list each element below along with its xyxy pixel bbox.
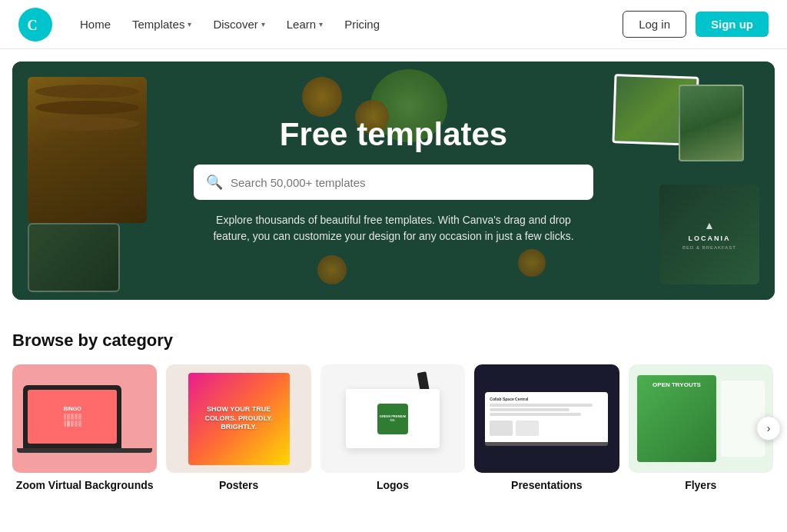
nav-pricing[interactable]: Pricing xyxy=(335,12,389,37)
logo-badge: GREEN PREMIUM CO. xyxy=(377,404,408,434)
navbar-actions: Log in Sign up xyxy=(623,11,769,38)
deco-pinecone-1 xyxy=(302,77,342,117)
category-card-presentations[interactable]: Collab Space Central xyxy=(474,364,619,491)
category-card-posters[interactable]: SHOW YOUR TRUE COLORS. PROUDLY. BRIGHTLY… xyxy=(166,364,310,491)
category-card-logos[interactable]: GREEN PREMIUM CO. Logos xyxy=(320,364,465,491)
category-grid: BINGO xyxy=(12,364,775,491)
nav-links: Home Templates ▾ Discover ▾ Learn ▾ Pric… xyxy=(71,12,623,37)
hero-title: Free templates xyxy=(280,117,507,152)
nav-learn[interactable]: Learn ▾ xyxy=(277,12,332,37)
nav-discover[interactable]: Discover ▾ xyxy=(204,12,274,37)
deco-cabin-card xyxy=(28,223,120,292)
hero-banner: ▲ LOCANIA BED & BREAKFAST ▲ LOCANIA BED … xyxy=(12,62,775,300)
category-card-flyers[interactable]: OPEN TRYOUTS Flyers xyxy=(629,364,773,491)
category-label-flyers: Flyers xyxy=(629,479,773,491)
category-thumb-presentations: Collab Space Central xyxy=(474,364,619,473)
category-label-posters: Posters xyxy=(166,479,310,491)
browse-title: Browse by category xyxy=(12,331,775,351)
signup-button[interactable]: Sign up xyxy=(696,12,769,37)
category-card-zoom[interactable]: BINGO xyxy=(12,364,157,491)
browse-section: Browse by category BINGO xyxy=(0,312,787,504)
category-thumb-logos: GREEN PREMIUM CO. xyxy=(320,364,465,473)
templates-chevron-icon: ▾ xyxy=(188,20,191,28)
search-icon: 🔍 xyxy=(206,174,223,191)
flyer-card: OPEN TRYOUTS xyxy=(637,375,717,462)
category-thumb-flyers: OPEN TRYOUTS xyxy=(629,364,773,473)
svg-text:C: C xyxy=(28,17,38,32)
nav-templates[interactable]: Templates ▾ xyxy=(123,12,201,37)
canva-logo[interactable]: C xyxy=(18,8,52,42)
category-label-logos: Logos xyxy=(320,479,465,491)
search-input[interactable] xyxy=(231,176,581,189)
category-thumb-zoom: BINGO xyxy=(12,364,157,473)
poster-card: SHOW YOUR TRUE COLORS. PROUDLY. BRIGHTLY… xyxy=(188,373,290,465)
category-row-wrapper: BINGO xyxy=(12,364,775,491)
hero-subtitle: Explore thousands of beautiful free temp… xyxy=(209,212,578,244)
navbar: C Home Templates ▾ Discover ▾ Learn ▾ Pr… xyxy=(0,0,787,49)
discover-chevron-icon: ▾ xyxy=(261,20,265,28)
deco-pinecone-3 xyxy=(317,255,347,284)
category-thumb-posters: SHOW YOUR TRUE COLORS. PROUDLY. BRIGHTLY… xyxy=(166,364,310,473)
category-label-presentations: Presentations xyxy=(474,479,619,491)
hero-content: Free templates 🔍 Explore thousands of be… xyxy=(163,117,624,244)
login-button[interactable]: Log in xyxy=(623,11,686,38)
browse-next-button[interactable]: › xyxy=(756,416,781,441)
deco-locania-right-card: ▲ LOCANIA BED & BREAKFAST xyxy=(659,185,759,284)
learn-chevron-icon: ▾ xyxy=(319,20,323,28)
pres-laptop: Collab Space Central xyxy=(485,392,608,446)
laptop-mockup-zoom: BINGO xyxy=(23,385,121,448)
search-bar: 🔍 xyxy=(194,165,593,200)
deco-logs-card: ▲ LOCANIA BED & BREAKFAST xyxy=(28,77,147,223)
deco-lamp-photo xyxy=(679,85,744,161)
nav-home[interactable]: Home xyxy=(71,12,120,37)
category-label-zoom: Zoom Virtual Backgrounds xyxy=(12,479,157,491)
